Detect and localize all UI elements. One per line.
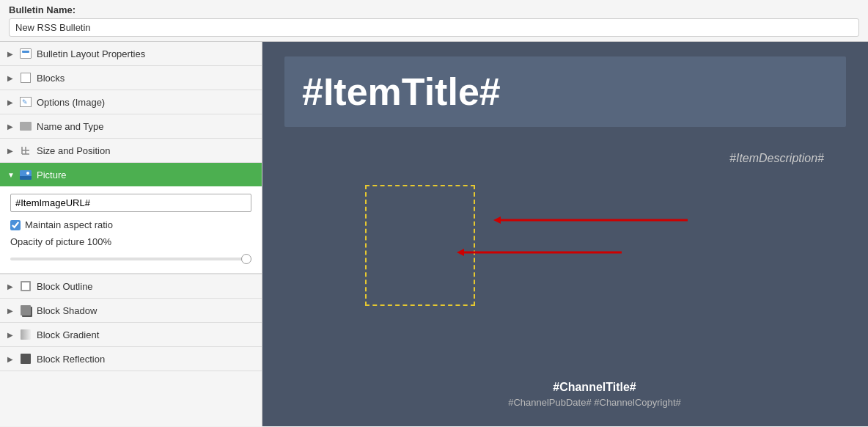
chevron-down-icon: ▼ [7,171,15,179]
red-arrow-2 [453,245,629,260]
url-arrow-container [10,194,251,219]
panel-label-size-and-position: Size and Position [37,145,110,156]
panel-label-name-and-type: Name and Type [37,121,104,132]
aspect-ratio-label: Maintain aspect ratio [25,219,113,230]
panel-label-options-image: Options (Image) [37,97,105,108]
panel-label-bulletin-layout: Bulletin Layout Properties [37,48,145,59]
panel-item-picture: ▼ Picture Maintain aspect ratio Opacity … [0,163,262,274]
panel-header-bulletin-layout[interactable]: ▶ Bulletin Layout Properties [0,42,262,65]
panel-item-bulletin-layout: ▶ Bulletin Layout Properties [0,42,262,66]
chevron-icon: ▶ [7,147,15,155]
panel-header-name-and-type[interactable]: ▶ Name and Type [0,114,262,138]
panel-label-block-shadow: Block Shadow [37,305,97,316]
panel-label-block-outline: Block Outline [37,281,93,292]
canvas-picture-box [365,185,475,306]
panel-label-block-reflection: Block Reflection [37,354,105,365]
panel-header-block-shadow[interactable]: ▶ Block Shadow [0,299,262,322]
panel-header-size-and-position[interactable]: ▶ Size and Position [0,139,262,162]
opacity-slider[interactable] [10,258,251,260]
panel-header-block-outline[interactable]: ▶ Block Outline [0,274,262,298]
panel-item-block-outline: ▶ Block Outline [0,274,262,299]
main-layout: ▶ Bulletin Layout Properties ▶ Blocks ▶ [0,42,868,426]
opacity-label: Opacity of picture 100% [10,236,251,247]
panel-label-blocks: Blocks [37,73,65,84]
panel-item-name-and-type: ▶ Name and Type [0,114,262,139]
panel-item-block-gradient: ▶ Block Gradient [0,323,262,347]
chevron-icon: ▶ [7,98,15,106]
chevron-icon: ▶ [7,74,15,82]
picture-icon [19,168,32,181]
panel-header-options-image[interactable]: ▶ Options (Image) [0,90,262,114]
chevron-icon: ▶ [7,282,15,291]
panel-header-blocks[interactable]: ▶ Blocks [0,66,262,90]
red-arrow-1 [490,213,695,227]
panel-item-block-shadow: ▶ Block Shadow [0,299,262,323]
bulletin-name-input[interactable] [9,18,859,37]
svg-marker-5 [493,216,501,224]
size-icon [19,144,32,157]
image-url-input[interactable] [10,194,251,212]
left-panel: ▶ Bulletin Layout Properties ▶ Blocks ▶ [0,42,262,426]
aspect-ratio-row: Maintain aspect ratio [10,219,251,230]
canvas-title: #ItemTitle# [302,70,501,113]
blocks-icon [19,71,32,84]
panel-item-size-and-position: ▶ Size and Position [0,139,262,163]
panel-header-picture[interactable]: ▼ Picture [0,163,262,186]
gradient-icon [19,328,32,341]
panel-item-blocks: ▶ Blocks [0,66,262,90]
panel-header-block-reflection[interactable]: ▶ Block Reflection [0,347,262,371]
panel-item-options-image: ▶ Options (Image) [0,90,262,114]
bulletin-name-label: Bulletin Name: [9,4,76,15]
top-bar: Bulletin Name: [0,0,868,42]
options-icon [19,95,32,109]
chevron-icon: ▶ [7,307,15,315]
right-canvas: #ItemTitle# #ItemDescription# #ChannelTi… [262,42,868,426]
panel-label-block-gradient: Block Gradient [37,329,99,340]
maintain-aspect-ratio-checkbox[interactable] [10,220,21,230]
panel-header-block-gradient[interactable]: ▶ Block Gradient [0,323,262,346]
canvas-title-block: #ItemTitle# [284,56,846,127]
canvas-channel-info: #ChannelTitle# #ChannelPubDate# #Channel… [365,381,824,408]
chevron-icon: ▶ [7,50,15,58]
canvas-channel-sub: #ChannelPubDate# #ChannelCopyright# [365,397,824,408]
panel-item-block-reflection: ▶ Block Reflection [0,347,262,371]
name-icon [19,120,32,133]
chevron-icon: ▶ [7,331,15,339]
canvas-description: #ItemDescription# [729,152,824,165]
layout-icon [19,47,32,60]
outline-icon [19,280,32,293]
canvas-channel-title: #ChannelTitle# [365,381,824,394]
picture-expanded-panel: Maintain aspect ratio Opacity of picture… [0,186,262,274]
chevron-icon: ▶ [7,355,15,363]
reflection-icon [19,352,32,365]
panel-label-picture: Picture [37,169,66,180]
shadow-icon [19,304,32,317]
chevron-icon: ▶ [7,123,15,131]
